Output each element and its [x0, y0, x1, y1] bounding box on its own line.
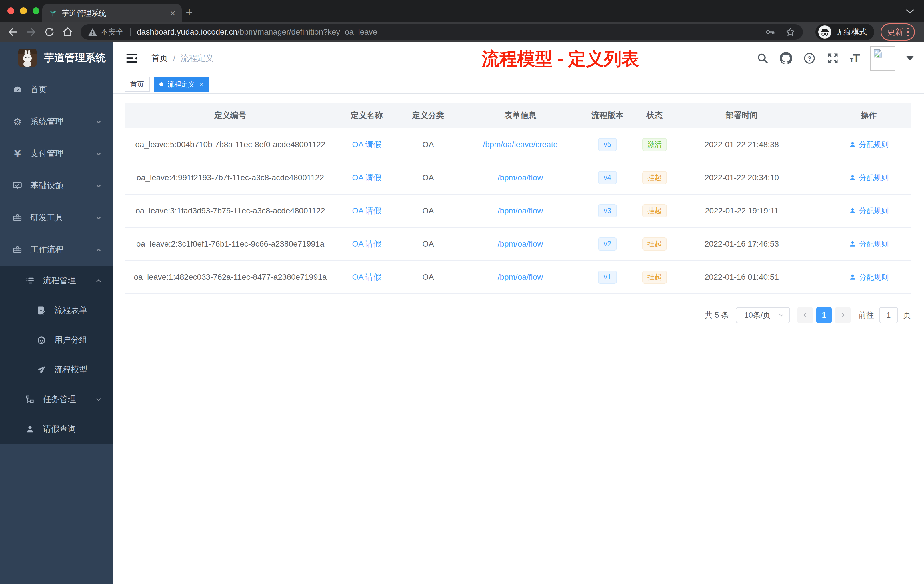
form-link[interactable]: /bpm/oa/leave/create: [483, 140, 558, 149]
assign-rule-link[interactable]: 分配规则: [859, 206, 889, 216]
monitor-icon: [13, 181, 22, 191]
fixed-column-divider: [827, 103, 827, 294]
caret-down-icon[interactable]: [906, 56, 914, 61]
form-link[interactable]: /bpm/oa/flow: [498, 272, 543, 281]
key-icon[interactable]: [765, 27, 776, 37]
tag-home[interactable]: 首页: [125, 77, 150, 92]
header-version: 流程版本: [582, 110, 633, 121]
sidebar-item-home[interactable]: 首页: [0, 74, 113, 106]
person-icon: [25, 424, 35, 434]
cell-category: OA: [398, 272, 459, 282]
yen-icon: ¥: [13, 149, 22, 158]
cell-deploy-time: 2022-01-22 19:19:11: [676, 206, 807, 215]
prev-page-button[interactable]: [797, 307, 813, 323]
github-icon[interactable]: [780, 52, 792, 64]
header-category: 定义分类: [398, 110, 459, 121]
definition-name-link[interactable]: OA 请假: [352, 173, 381, 182]
font-size-icon[interactable]: тT: [850, 52, 860, 65]
form-link[interactable]: /bpm/oa/flow: [498, 173, 543, 182]
page-size-select[interactable]: 10条/页: [736, 307, 790, 323]
sidebar-item-process-model[interactable]: 流程模型: [0, 355, 113, 384]
table-row: oa_leave:5:004b710b-7b8a-11ec-8ef0-acde4…: [125, 128, 911, 162]
assign-rule-link[interactable]: 分配规则: [859, 173, 889, 183]
chevron-down-icon: [95, 214, 102, 222]
window-zoom-button[interactable]: [33, 7, 40, 14]
chevron-right-icon: [839, 312, 846, 319]
assign-rule-link[interactable]: 分配规则: [859, 239, 889, 249]
sidebar-item-task-mgmt[interactable]: 任务管理: [0, 384, 113, 414]
fullscreen-icon[interactable]: [827, 52, 839, 64]
home-icon[interactable]: [62, 26, 73, 38]
active-dot: [159, 82, 163, 86]
sidebar-item-infra[interactable]: 基础设施: [0, 170, 113, 202]
form-link[interactable]: /bpm/oa/flow: [498, 239, 543, 248]
toolbox-icon: [13, 245, 22, 254]
back-icon[interactable]: [7, 26, 18, 38]
paper-plane-icon: [36, 365, 46, 374]
sidebar-item-process-mgmt[interactable]: 流程管理: [0, 266, 113, 295]
avatar[interactable]: [870, 46, 896, 71]
sidebar-item-pay[interactable]: ¥ 支付管理: [0, 138, 113, 170]
cell-deploy-time: 2022-01-22 21:48:38: [676, 140, 807, 149]
page-number-button[interactable]: 1: [816, 307, 832, 323]
url-bar[interactable]: 不安全 dashboard.yudao.iocoder.cn/bpm/manag…: [81, 24, 803, 40]
cell-category: OA: [398, 206, 459, 215]
sidebar-item-devtools[interactable]: 研发工具: [0, 202, 113, 234]
sidebar-logo[interactable]: 芋道管理系统: [0, 42, 113, 74]
svg-text:?: ?: [807, 54, 812, 62]
cell-id: oa_leave:4:991f2193-7b7f-11ec-a3c8-acde4…: [125, 173, 336, 182]
cell-id: oa_leave:3:1fad3d93-7b75-11ec-a3c8-acde4…: [125, 206, 336, 215]
gear-icon: ⚙: [13, 117, 22, 127]
page-content: 定义编号 定义名称 定义分类 表单信息 流程版本 状态 部署时间 操作 oa_l…: [113, 94, 924, 323]
new-tab-button[interactable]: +: [186, 6, 193, 18]
sidebar-item-workflow[interactable]: 工作流程: [0, 234, 113, 266]
header-name: 定义名称: [336, 110, 398, 121]
sidebar-item-user-group[interactable]: 用户分组: [0, 325, 113, 355]
definition-name-link[interactable]: OA 请假: [352, 272, 381, 281]
reload-icon[interactable]: [44, 26, 55, 38]
goto-label: 前往: [858, 310, 874, 320]
app-title: 芋道管理系统: [44, 51, 106, 65]
cell-id: oa_leave:2:3c1f0ef1-76b1-11ec-9c66-a2380…: [125, 239, 336, 249]
dashboard-icon: [13, 85, 22, 94]
list-icon: [25, 276, 35, 285]
security-label[interactable]: 不安全: [101, 27, 124, 37]
pagination: 共 5 条 10条/页 1 前往 页: [125, 307, 911, 323]
tag-process-definition[interactable]: 流程定义 ×: [154, 77, 209, 92]
tab-search-icon[interactable]: [906, 8, 914, 14]
assign-rule-link[interactable]: 分配规则: [859, 140, 889, 150]
breadcrumb-home[interactable]: 首页: [152, 53, 168, 64]
search-icon[interactable]: [756, 52, 769, 64]
goto-page-input[interactable]: [879, 307, 898, 323]
annotation-title: 流程模型 - 定义列表: [482, 47, 639, 71]
table-row: oa_leave:4:991f2193-7b7f-11ec-a3c8-acde4…: [125, 162, 911, 195]
bookmark-star-icon[interactable]: [785, 27, 795, 37]
table-body: oa_leave:5:004b710b-7b8a-11ec-8ef0-acde4…: [125, 128, 911, 294]
next-page-button[interactable]: [835, 307, 851, 323]
incognito-badge: 无痕模式: [815, 24, 874, 40]
sidebar-toggle-icon[interactable]: [126, 53, 138, 63]
definition-name-link[interactable]: OA 请假: [352, 239, 381, 248]
definition-name-link[interactable]: OA 请假: [352, 206, 381, 215]
url-path: /bpm/manager/definition?key=oa_leave: [238, 27, 378, 36]
browser-toolbar: 不安全 dashboard.yudao.iocoder.cn/bpm/manag…: [0, 22, 924, 42]
window-minimize-button[interactable]: [20, 7, 27, 14]
sidebar-item-leave-query[interactable]: 请假查询: [0, 414, 113, 444]
definition-name-link[interactable]: OA 请假: [352, 140, 381, 149]
help-icon[interactable]: ?: [803, 52, 816, 64]
sidebar-item-label: 工作流程: [30, 244, 63, 256]
form-link[interactable]: /bpm/oa/flow: [498, 206, 543, 215]
browser-tab[interactable]: 芋道管理系统 ×: [42, 4, 182, 22]
sidebar-item-process-form[interactable]: 流程表单: [0, 295, 113, 325]
window-close-button[interactable]: [7, 7, 14, 14]
browser-menu-icon[interactable]: [907, 28, 909, 36]
sidebar: 芋道管理系统 首页 ⚙ 系统管理 ¥ 支付管理 基础设施: [0, 42, 113, 584]
tab-close-icon[interactable]: ×: [170, 8, 175, 18]
tag-close-icon[interactable]: ×: [200, 80, 203, 88]
form-icon: [36, 305, 46, 315]
update-button[interactable]: 更新: [881, 23, 915, 41]
status-badge: 挂起: [642, 271, 667, 284]
sidebar-item-system[interactable]: ⚙ 系统管理: [0, 106, 113, 138]
assign-rule-link[interactable]: 分配规则: [859, 272, 889, 282]
incognito-label: 无痕模式: [836, 27, 867, 37]
